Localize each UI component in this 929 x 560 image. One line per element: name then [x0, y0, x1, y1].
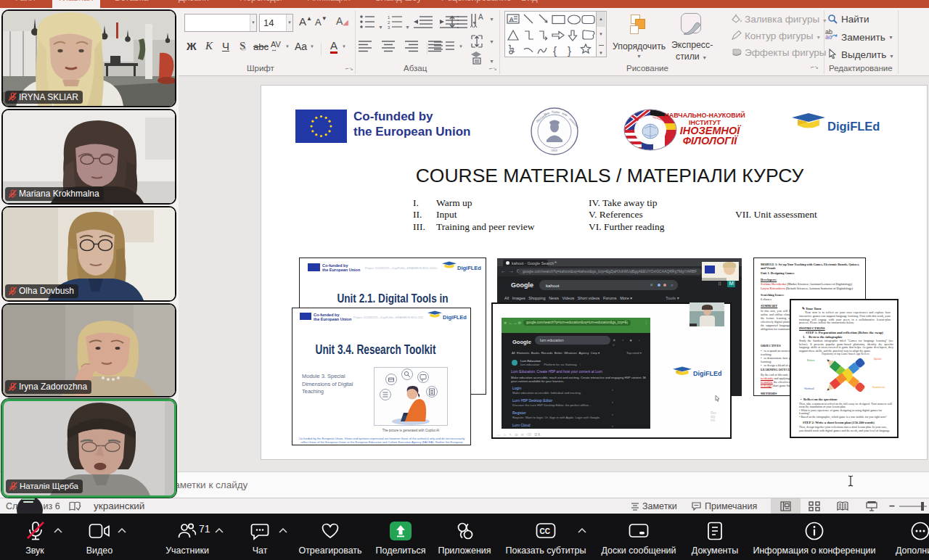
svg-text:1919: 1919	[551, 149, 557, 152]
svg-text:2: 2	[388, 20, 390, 25]
svg-text:{: {	[553, 44, 557, 57]
svg-text:A: A	[509, 16, 515, 23]
svg-text:}: }	[568, 44, 571, 57]
svg-text:CC: CC	[540, 527, 550, 535]
svg-text:▼: ▼	[378, 25, 383, 30]
svg-text:▼: ▼	[405, 25, 410, 30]
svg-text:▼: ▼	[489, 59, 494, 64]
svg-text:▼: ▼	[489, 39, 494, 44]
svg-text:1: 1	[388, 15, 390, 20]
svg-text:franko: franko	[552, 110, 560, 115]
svg-text:A: A	[478, 13, 483, 21]
svg-text:3: 3	[388, 25, 390, 30]
svg-text:▼: ▼	[489, 17, 494, 22]
